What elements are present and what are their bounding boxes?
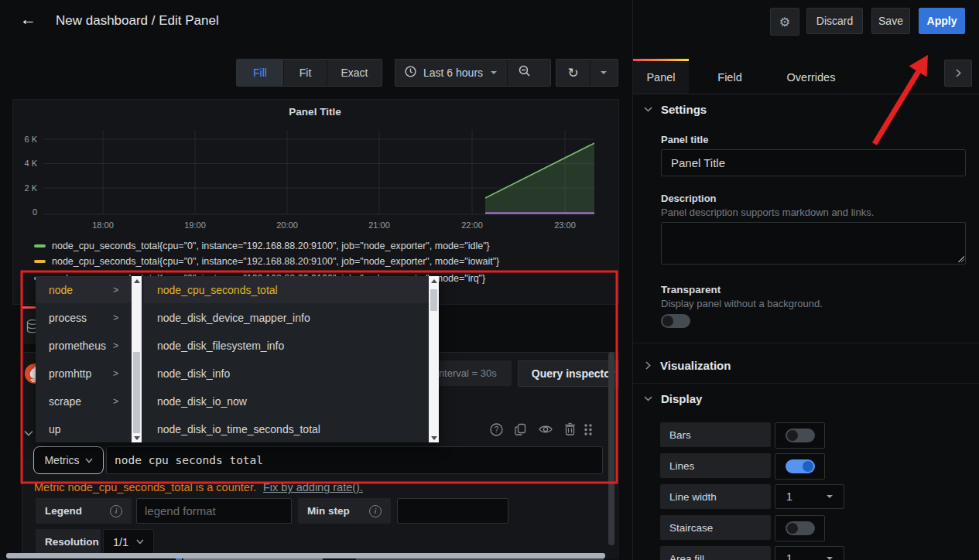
min-step-label: Min step <box>307 505 350 517</box>
legend-label: node_cpu_seconds_total{cpu="0", instance… <box>52 241 490 251</box>
x-tick: 18:00 <box>91 220 115 230</box>
x-tick: 20:00 <box>275 220 300 230</box>
bars-label-box: Bars <box>660 422 771 447</box>
metric-item[interactable]: node_disk_io_time_seconds_total <box>157 415 420 443</box>
visualization-section-header[interactable]: Visualization <box>645 359 731 372</box>
bars-toggle[interactable] <box>786 429 815 442</box>
fill-mode-button[interactable]: Fill <box>237 60 284 86</box>
horizontal-scrollbar[interactable] <box>6 553 605 558</box>
metric-category-item[interactable]: up <box>49 415 126 443</box>
description-textarea[interactable] <box>661 222 966 265</box>
legend-item[interactable]: node_cpu_seconds_total{cpu="0", instance… <box>34 255 499 268</box>
display-section-header[interactable]: Display <box>644 392 702 405</box>
clock-icon <box>405 66 416 80</box>
min-step-input[interactable] <box>397 498 508 524</box>
staircase-toggle[interactable] <box>786 521 815 535</box>
lines-toggle-box <box>775 453 825 480</box>
zoom-out-icon[interactable] <box>519 65 531 80</box>
staircase-toggle-box <box>775 515 825 541</box>
time-series-chart <box>43 130 594 217</box>
x-tick: 19:00 <box>183 220 207 230</box>
line-width-select[interactable]: 1 <box>775 484 844 509</box>
transparent-toggle[interactable] <box>661 314 690 328</box>
metric-category-item[interactable]: node> <box>49 276 126 304</box>
sidebar-collapse-button[interactable] <box>944 60 972 87</box>
query-inspector-button[interactable]: Query inspector <box>518 360 619 387</box>
panel-size-mode-group: Fill Fit Exact <box>236 59 382 87</box>
interval-indicator: interval = 30s <box>427 360 512 386</box>
y-tick: 0 <box>17 207 37 217</box>
legend-item[interactable]: node_cpu_seconds_total{cpu="0", instance… <box>34 240 490 252</box>
fit-mode-button[interactable]: Fit <box>284 60 327 86</box>
vertical-scrollbar[interactable] <box>608 352 614 545</box>
query-collapse-chevron-icon[interactable] <box>24 425 33 439</box>
metrics-button-label: Metrics <box>44 454 79 466</box>
resolution-value: 1/1 <box>113 536 128 548</box>
resolution-select[interactable]: 1/1 <box>103 529 154 555</box>
resize-handle-icon[interactable] <box>957 255 964 262</box>
line-width-value: 1 <box>786 490 792 503</box>
tab-panel[interactable]: Panel <box>633 59 689 94</box>
lines-label-box: Lines <box>660 453 771 478</box>
metric-category-item[interactable]: process> <box>49 304 126 332</box>
line-width-label-box: Line width <box>660 484 771 509</box>
tab-overrides[interactable]: Overrides <box>776 61 846 94</box>
interval-label: interval = 30s <box>436 367 497 379</box>
metric-item[interactable]: node_disk_device_mapper_info <box>157 304 420 332</box>
back-arrow-icon[interactable]: ← <box>20 10 36 29</box>
legend-format-input[interactable] <box>136 498 292 524</box>
chevron-down-icon <box>85 458 93 463</box>
metric-scrollbar[interactable] <box>429 276 439 442</box>
metric-item[interactable]: node_disk_info <box>157 360 420 388</box>
resolution-label: Resolution <box>45 536 99 548</box>
counter-warning: Metric node_cpu_seconds_total is a count… <box>34 481 363 493</box>
area-fill-select[interactable]: 1 <box>775 546 844 560</box>
metric-item[interactable]: node_cpu_seconds_total <box>157 276 420 304</box>
time-picker-group: Last 6 hours <box>395 59 551 87</box>
query-help-icon[interactable]: ? <box>490 423 503 439</box>
chevron-down-icon <box>644 396 652 401</box>
duplicate-query-icon[interactable] <box>515 423 528 439</box>
chevron-down-icon <box>136 539 144 545</box>
metric-item[interactable]: node_disk_filesystem_info <box>157 332 420 360</box>
refresh-icon[interactable]: ↻ <box>556 65 590 81</box>
info-icon[interactable]: i <box>369 505 382 517</box>
x-tick: 21:00 <box>367 220 392 230</box>
drag-handle-icon[interactable] <box>584 423 593 439</box>
metric-item[interactable]: node_disk_io_now <box>157 388 420 415</box>
visualization-heading: Visualization <box>660 359 731 372</box>
display-heading: Display <box>661 392 702 405</box>
legend-label: node_cpu_seconds_total{cpu="0", instance… <box>52 256 499 267</box>
transparent-help: Display panel without a background. <box>661 298 823 309</box>
y-tick: 2 K <box>17 183 37 193</box>
tab-field[interactable]: Field <box>702 61 758 94</box>
description-label: Description <box>661 193 717 204</box>
metrics-dropdown-button[interactable]: Metrics <box>33 446 104 474</box>
refresh-group: ↻ <box>556 59 618 87</box>
category-scrollbar[interactable] <box>132 276 142 442</box>
delete-query-trash-icon[interactable] <box>564 422 576 439</box>
x-tick: 23:00 <box>553 220 577 230</box>
area-fill-value: 1 <box>786 552 792 560</box>
metric-category-item[interactable]: promhttp> <box>49 360 126 388</box>
settings-heading: Settings <box>661 103 707 116</box>
chevron-down-icon <box>827 495 833 498</box>
min-step-label-box: Min step i <box>298 498 391 524</box>
legend-format-label-box: Legend i <box>36 498 132 524</box>
metric-query-input[interactable] <box>106 446 603 474</box>
disable-query-eye-icon[interactable] <box>539 424 553 438</box>
metric-category-item[interactable]: scrape> <box>49 388 126 415</box>
refresh-interval-chevron-icon[interactable] <box>590 71 617 74</box>
time-range-button[interactable]: Last 6 hours <box>423 67 483 79</box>
staircase-label-box: Staircase <box>660 515 771 540</box>
fix-rate-link[interactable]: Fix by adding rate(). <box>263 481 363 493</box>
settings-section-header[interactable]: Settings <box>644 103 707 116</box>
lines-toggle[interactable] <box>786 459 815 473</box>
metric-category-item[interactable]: prometheus> <box>49 332 126 360</box>
edit-pane: Fill Fit Exact Last 6 hours ↻ Panel Titl… <box>0 42 619 560</box>
transparent-label: Transparent <box>661 284 721 295</box>
panel-title-input[interactable] <box>661 149 966 176</box>
exact-mode-button[interactable]: Exact <box>327 60 382 86</box>
svg-text:?: ? <box>495 425 499 434</box>
info-icon[interactable]: i <box>110 505 122 517</box>
